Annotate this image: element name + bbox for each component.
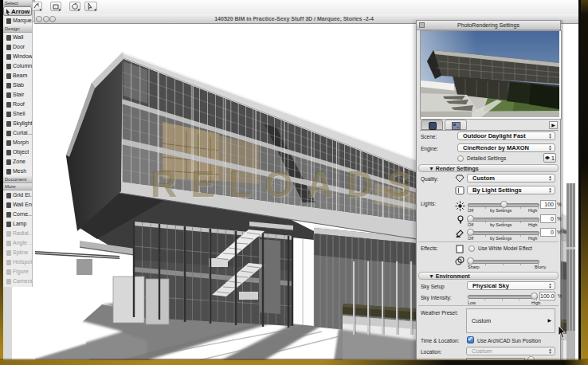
svg-text:1: 1 — [551, 155, 555, 161]
